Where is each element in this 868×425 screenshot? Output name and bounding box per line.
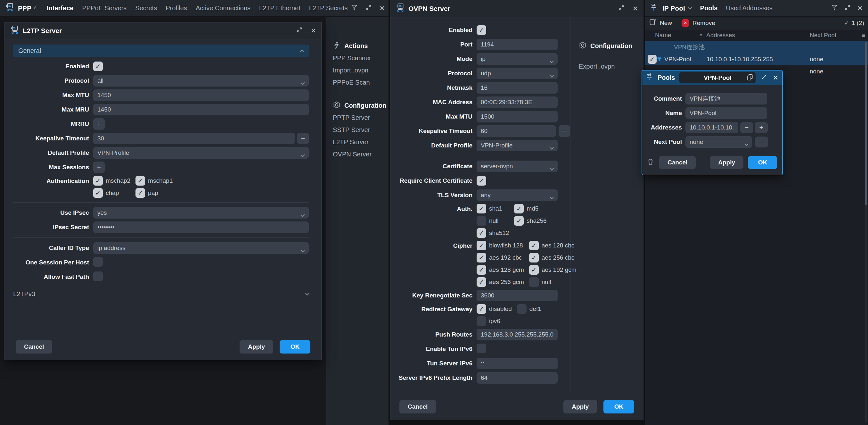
tab-profiles[interactable]: Profiles <box>165 4 187 12</box>
config-ovpn-server[interactable]: OVPN Server <box>333 148 389 160</box>
addresses-remove-button[interactable]: − <box>740 122 753 133</box>
sort-ascending-icon[interactable]: ^ <box>700 32 703 38</box>
config-l2tp-server[interactable]: L2TP Server <box>333 136 389 148</box>
max-mtu-input[interactable] <box>93 89 309 101</box>
config-export-ovpn[interactable]: Export .ovpn <box>579 60 643 73</box>
expand-icon[interactable] <box>618 4 625 12</box>
ok-button[interactable]: OK <box>748 156 777 169</box>
caller-id-type-select[interactable]: ip address <box>93 242 309 254</box>
column-menu-icon[interactable]: ≡ <box>862 31 865 39</box>
config-sstp-server[interactable]: SSTP Server <box>333 124 389 136</box>
remove-button[interactable]: ✕ Remove <box>682 19 715 27</box>
allow-fast-path-checkbox[interactable]: ✓ <box>93 272 103 281</box>
ipsec-secret-input[interactable] <box>93 222 309 233</box>
cipher-aes-128-cbc[interactable]: ✓aes 128 cbc <box>529 241 577 250</box>
max-mru-input[interactable] <box>93 104 309 115</box>
keepalive-input[interactable] <box>476 125 556 137</box>
certificate-select[interactable]: server-ovpn <box>476 161 558 172</box>
config-pptp-server[interactable]: PPTP Server <box>333 112 389 124</box>
tab-used-addresses[interactable]: Used Addresses <box>726 4 773 12</box>
tab-l2tp-ethernet[interactable]: L2TP Ethernet <box>259 4 301 12</box>
tun-server-ipv6-input[interactable] <box>476 358 558 369</box>
addresses-input[interactable] <box>685 122 738 133</box>
column-next-pool[interactable]: Next Pool <box>810 32 836 39</box>
l2tpv3-section-header[interactable]: L2TPv3 <box>13 290 309 298</box>
max-sessions-add-button[interactable]: + <box>93 162 105 173</box>
tab-pools[interactable]: Pools <box>700 4 717 12</box>
redirect-ipv6[interactable]: ✓ipv6 <box>476 316 512 326</box>
cipher-aes-192-gcm[interactable]: ✓aes 192 gcm <box>529 265 577 275</box>
ok-button[interactable]: OK <box>280 340 310 353</box>
chevron-down-icon[interactable] <box>688 5 692 10</box>
cipher-aes-128-gcm[interactable]: ✓aes 128 gcm <box>476 265 524 275</box>
netmask-input[interactable] <box>476 82 558 93</box>
expand-icon[interactable] <box>844 4 851 12</box>
mac-address-input[interactable] <box>476 96 558 108</box>
tab-secrets[interactable]: Secrets <box>135 4 157 12</box>
pool-name-header-field[interactable]: VPN-Pool <box>679 72 755 83</box>
cipher-aes-256-gcm[interactable]: ✓aes 256 gcm <box>476 277 524 287</box>
cipher-null[interactable]: ✓null <box>529 277 577 287</box>
keepalive-input[interactable] <box>93 133 295 144</box>
protocol-select[interactable]: all <box>93 75 309 87</box>
row-checkbox[interactable]: ✓ <box>648 55 657 64</box>
ok-button[interactable]: OK <box>603 400 634 414</box>
expand-icon[interactable] <box>366 4 372 12</box>
max-mtu-input[interactable] <box>476 111 558 122</box>
general-section-header[interactable]: General <box>13 45 309 57</box>
table-row[interactable]: ✓ VPN-Pool 10.10.0.1-10.10.255.255 none <box>645 53 868 65</box>
enabled-checkbox[interactable]: ✓ <box>93 61 103 71</box>
mode-select[interactable]: ip <box>476 53 558 65</box>
enabled-checkbox[interactable]: ✓ <box>476 25 486 35</box>
auth-mschap1[interactable]: ✓mschap1 <box>135 176 173 186</box>
cipher-blowfish-128[interactable]: ✓blowfish 128 <box>476 241 524 250</box>
default-profile-select[interactable]: VPN-Profile <box>93 147 309 159</box>
protocol-select[interactable]: udp <box>476 67 558 79</box>
keepalive-remove-button[interactable]: − <box>297 133 309 144</box>
mrru-add-button[interactable]: + <box>93 118 105 130</box>
filter-funnel-icon[interactable] <box>351 4 358 12</box>
auth-sha256[interactable]: ✓sha256 <box>514 216 547 226</box>
push-routes-input[interactable] <box>476 329 558 340</box>
tab-active-connections[interactable]: Active Connections <box>196 4 250 12</box>
redirect-disabled[interactable]: ✓disabled <box>476 304 512 314</box>
require-client-certificate-checkbox[interactable]: ✓ <box>476 176 486 186</box>
filter-funnel-icon[interactable] <box>831 4 838 12</box>
tls-version-select[interactable]: any <box>476 190 558 201</box>
auth-null[interactable]: ✓null <box>476 216 509 226</box>
close-icon[interactable]: ✕ <box>310 27 316 34</box>
close-icon[interactable]: ✕ <box>379 5 385 11</box>
expand-icon[interactable] <box>761 74 767 81</box>
addresses-add-button[interactable]: + <box>755 122 768 133</box>
auth-md5[interactable]: ✓md5 <box>514 204 547 214</box>
key-renegotiate-input[interactable] <box>476 290 558 301</box>
auth-sha512[interactable]: ✓sha512 <box>476 228 509 238</box>
new-button[interactable]: New <box>649 18 672 28</box>
close-icon[interactable]: ✕ <box>857 5 863 11</box>
chevron-down-icon[interactable] <box>34 6 36 9</box>
auth-sha1[interactable]: ✓sha1 <box>476 204 509 214</box>
enable-tun-ipv6-checkbox[interactable]: ✓ <box>476 344 486 353</box>
copy-icon[interactable] <box>746 74 753 82</box>
port-input[interactable] <box>476 39 558 50</box>
apply-button[interactable]: Apply <box>563 400 597 414</box>
auth-chap[interactable]: ✓chap <box>93 188 130 198</box>
auth-pap[interactable]: ✓pap <box>135 188 173 198</box>
next-pool-remove-button[interactable]: − <box>755 137 768 147</box>
keepalive-remove-button[interactable]: − <box>559 125 570 137</box>
action-pppoe-scan[interactable]: PPPoE Scan <box>333 76 389 88</box>
cancel-button[interactable]: Cancel <box>16 340 52 353</box>
column-name[interactable]: Name <box>655 32 671 39</box>
apply-button[interactable]: Apply <box>240 340 273 353</box>
group-row[interactable]: VPN连接池 <box>645 41 868 53</box>
tab-interface[interactable]: Interface <box>47 4 73 12</box>
comment-input[interactable] <box>685 93 767 105</box>
column-addresses[interactable]: Addresses <box>706 32 735 39</box>
next-pool-select[interactable]: none <box>685 136 752 148</box>
scrollbar-thumb[interactable] <box>865 42 867 205</box>
action-ppp-scanner[interactable]: PPP Scanner <box>333 52 389 64</box>
action-import-ovpn[interactable]: Import .ovpn <box>333 64 389 76</box>
cancel-button[interactable]: Cancel <box>399 400 436 414</box>
tab-pppoe-servers[interactable]: PPPoE Servers <box>82 4 126 12</box>
cipher-aes-192-cbc[interactable]: ✓aes 192 cbc <box>476 253 524 262</box>
